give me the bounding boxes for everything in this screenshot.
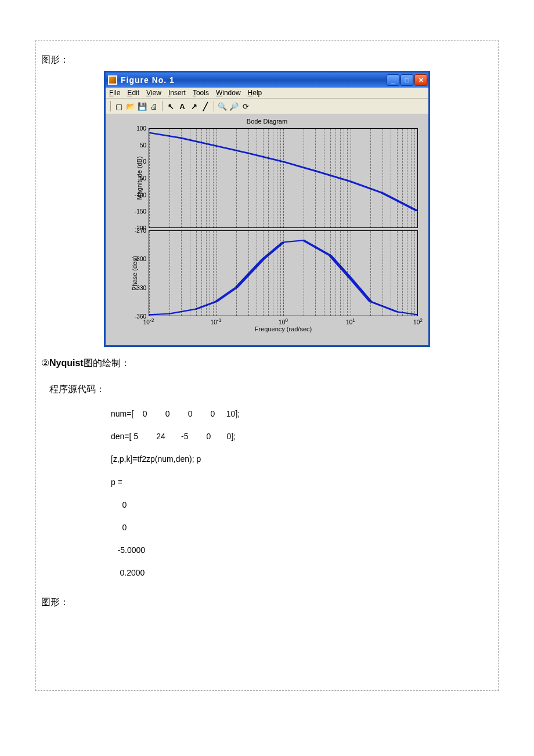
- nyquist-heading: ②Nyquist图的绘制：: [41, 357, 493, 370]
- maximize-button[interactable]: □: [400, 74, 413, 86]
- content-frame: 图形： Figure No. 1 _ □ ✕ File Edit View: [35, 41, 499, 690]
- ytick: -270: [135, 227, 149, 234]
- window-title: Figure No. 1: [121, 75, 387, 85]
- menu-window[interactable]: Window: [216, 89, 241, 97]
- figure-label-top: 图形：: [41, 54, 493, 66]
- ytick: 0: [143, 158, 149, 165]
- source-code-label: 程序源代码：: [49, 384, 493, 396]
- code-line: 0: [111, 494, 493, 516]
- plot-area: Bode Diagram Magnitude (dB) 100500-50-10…: [106, 114, 428, 345]
- window-titlebar: Figure No. 1 _ □ ✕: [106, 73, 428, 88]
- matlab-app-icon: [108, 75, 117, 85]
- minimize-button[interactable]: _: [387, 74, 399, 86]
- zoom-out-icon[interactable]: 🔎: [228, 101, 240, 111]
- matlab-figure-window: Figure No. 1 _ □ ✕ File Edit View Insert…: [104, 71, 430, 347]
- window-buttons: _ □ ✕: [387, 74, 427, 86]
- code-line: [z,p,k]=tf2zp(num,den); p: [111, 448, 493, 471]
- nyquist-suffix: 图的绘制：: [84, 358, 130, 368]
- plot-title: Bode Diagram: [106, 118, 428, 125]
- ytick: -330: [135, 284, 149, 291]
- xtick: 102: [413, 316, 423, 325]
- xtick: 100: [279, 316, 288, 325]
- ytick: -150: [135, 208, 149, 215]
- menu-insert[interactable]: Insert: [168, 89, 186, 97]
- zoom-in-icon[interactable]: 🔍: [217, 101, 228, 111]
- figure-label-bottom: 图形：: [41, 596, 493, 609]
- new-file-icon[interactable]: ▢: [113, 101, 125, 111]
- arrow-pointer-icon[interactable]: ↖: [165, 101, 176, 111]
- line-icon[interactable]: ╱: [200, 101, 211, 111]
- code-line: 0: [111, 516, 493, 539]
- magnitude-axes: Magnitude (dB) 100500-50-100-150-200: [149, 128, 418, 228]
- arrow-ne-icon[interactable]: ↗: [188, 101, 200, 111]
- magnitude-box: [149, 128, 418, 228]
- code-line: 0.2000: [111, 562, 493, 584]
- close-button[interactable]: ✕: [414, 74, 427, 86]
- ytick: -100: [135, 191, 149, 198]
- phase-axes: Phase (deg) Frequency (rad/sec) -270-300…: [149, 230, 418, 316]
- page: 图形： Figure No. 1 _ □ ✕ File Edit View: [0, 0, 534, 756]
- toolbar: ▢ 📂 💾 🖨 ↖ A ↗ ╱ 🔍 🔎 ⟳: [106, 99, 428, 114]
- code-line: num=[ 0 0 0 0 10];: [111, 403, 493, 425]
- xtick: 10-2: [143, 316, 154, 325]
- rotate-icon[interactable]: ⟳: [240, 101, 251, 111]
- ytick: -50: [138, 175, 149, 182]
- print-icon[interactable]: 🖨: [148, 101, 160, 111]
- menu-bar: File Edit View Insert Tools Window Help: [106, 88, 428, 99]
- code-line: -5.0000: [111, 539, 493, 562]
- phase-box: [149, 230, 418, 316]
- open-folder-icon[interactable]: 📂: [125, 101, 136, 111]
- text-a-icon[interactable]: A: [176, 101, 188, 111]
- xtick: 10-1: [211, 316, 222, 325]
- ytick: 100: [136, 125, 149, 132]
- menu-view[interactable]: View: [146, 89, 161, 97]
- code-block: num=[ 0 0 0 0 10];den=[ 5 24 -5 0 0];[z,…: [111, 403, 493, 585]
- menu-file[interactable]: File: [109, 89, 120, 97]
- nyquist-bold: Nyquist: [49, 358, 84, 368]
- xtick: 101: [346, 316, 355, 325]
- menu-help[interactable]: Help: [248, 89, 262, 97]
- menu-edit[interactable]: Edit: [127, 89, 139, 97]
- ytick: 50: [140, 142, 149, 148]
- figure-wrapper: Figure No. 1 _ □ ✕ File Edit View Insert…: [41, 71, 493, 347]
- circled-number: ②: [41, 358, 49, 368]
- menu-tools[interactable]: Tools: [193, 89, 209, 97]
- code-line: p =: [111, 471, 493, 494]
- code-line: den=[ 5 24 -5 0 0];: [111, 425, 493, 448]
- ytick: -300: [135, 256, 149, 262]
- save-icon[interactable]: 💾: [136, 101, 148, 111]
